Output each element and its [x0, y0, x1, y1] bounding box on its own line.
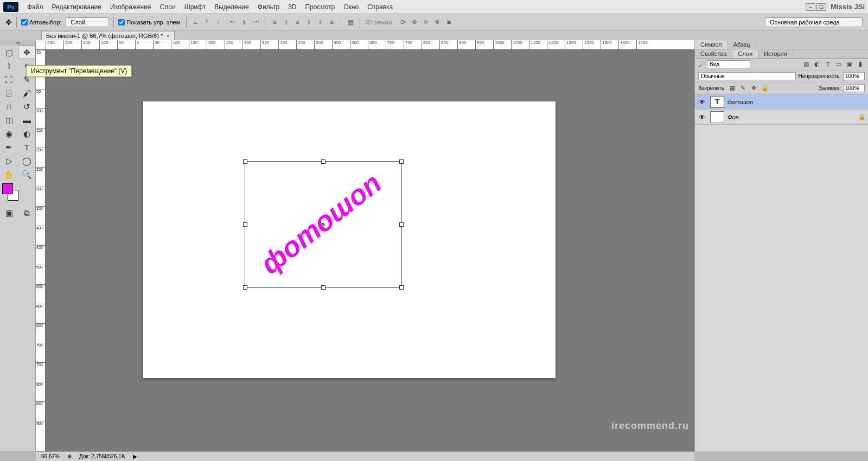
horizontal-ruler[interactable]: 2502001501005005010015020025030035040045… — [36, 40, 694, 50]
distribute-icon[interactable]: ≡ — [270, 17, 279, 27]
crop-tool[interactable]: ⛶ — [0, 73, 18, 86]
auto-align-icon[interactable]: ▦ — [346, 17, 355, 27]
handle-w[interactable] — [243, 222, 247, 227]
menu-file[interactable]: Файл — [23, 1, 48, 13]
distribute-icon[interactable]: ≡ — [292, 17, 302, 27]
gradient-tool[interactable]: ▬ — [18, 113, 36, 127]
handle-s[interactable] — [321, 285, 326, 290]
status-expand-icon[interactable]: ▶ — [133, 453, 137, 459]
tab-history[interactable]: История — [758, 49, 793, 58]
doc-info-icon[interactable]: ⊕ — [67, 453, 72, 459]
layer-thumb-bg[interactable] — [710, 111, 724, 123]
align-right-icon[interactable]: ⭲ — [251, 17, 260, 27]
close-tab-icon[interactable]: × — [166, 33, 169, 39]
blend-mode-dropdown[interactable]: Обычные — [698, 72, 796, 80]
tab-layers[interactable]: Слои — [732, 49, 758, 58]
align-top-icon[interactable]: ⫠ — [191, 17, 201, 27]
distribute-icon[interactable]: ⦀ — [281, 17, 291, 27]
shape-tool[interactable]: ◯ — [18, 154, 36, 168]
workspace-dropdown[interactable]: Основная рабочая среда — [765, 17, 863, 27]
move-tool[interactable]: ✥ — [18, 46, 36, 59]
layer-row[interactable]: 👁 T фотошоп — [695, 94, 868, 110]
screenmode-tool[interactable]: ⧉ — [18, 206, 36, 220]
auto-select-checkbox[interactable]: Автовыбор: — [21, 19, 61, 25]
lock-pixels-icon[interactable]: ▦ — [728, 85, 737, 92]
menu-type[interactable]: Шрифт — [180, 1, 210, 13]
stamp-tool[interactable]: ⎍ — [0, 100, 18, 113]
tab-character[interactable]: Символ — [695, 40, 728, 49]
brush-tool[interactable]: 🖌 — [18, 86, 36, 100]
menu-filter[interactable]: Фильтр — [253, 1, 284, 13]
show-controls-checkbox[interactable]: Показать упр. элем. — [118, 19, 182, 25]
handle-e[interactable] — [399, 222, 404, 227]
fill-input[interactable]: 100% — [843, 84, 865, 92]
distribute-icon[interactable]: ⦀ — [315, 17, 325, 27]
menu-layers[interactable]: Слои — [156, 1, 180, 13]
lock-all-icon[interactable]: 🔒 — [761, 85, 769, 92]
marquee-tool[interactable]: ▢ — [0, 46, 18, 59]
filter-image-icon[interactable]: ▧ — [802, 61, 810, 68]
minimize-button[interactable]: – — [806, 3, 815, 11]
orbit-icon[interactable]: ⟳ — [398, 17, 408, 27]
handle-sw[interactable] — [243, 285, 247, 290]
menu-3d[interactable]: 3D — [284, 1, 301, 13]
menu-image[interactable]: Изображение — [106, 1, 156, 13]
dodge-tool[interactable]: ◐ — [18, 127, 36, 140]
filter-shape-icon[interactable]: ▭ — [834, 61, 843, 68]
handle-se[interactable] — [399, 285, 404, 290]
zoom-tool[interactable]: 🔍 — [18, 168, 36, 181]
maximize-button[interactable]: ☐ — [816, 3, 826, 11]
auto-select-dropdown[interactable]: Слой — [66, 17, 109, 27]
canvas-area[interactable]: ✥ фотошоп — [46, 50, 694, 451]
path-tool[interactable]: ▷ — [0, 154, 18, 168]
eye-icon[interactable]: 👁 — [432, 17, 442, 27]
distribute-icon[interactable]: ≡ — [327, 17, 336, 27]
handle-ne[interactable] — [399, 159, 404, 164]
quickmask-tool[interactable]: ▣ — [0, 206, 18, 220]
menu-edit[interactable]: Редактирование — [48, 1, 106, 13]
foreground-color[interactable] — [2, 183, 13, 194]
menu-select[interactable]: Выделение — [210, 1, 253, 13]
layer-name[interactable]: Фон — [727, 114, 739, 120]
distribute-icon[interactable]: ⦀ — [304, 17, 314, 27]
toolbox-collapse[interactable]: ◂◂ — [0, 40, 35, 46]
artboard[interactable]: ✥ фотошоп — [143, 101, 556, 378]
layer-filter-dropdown[interactable]: Вид — [707, 60, 750, 68]
tab-properties[interactable]: Свойства — [695, 49, 732, 58]
lock-position-icon[interactable]: ✥ — [750, 85, 758, 92]
layer-thumb-text[interactable]: T — [710, 96, 724, 108]
align-left-icon[interactable]: ⭰ — [228, 17, 238, 27]
align-vcenter-icon[interactable]: ⫯ — [202, 17, 212, 27]
menu-help[interactable]: Справка — [363, 1, 397, 13]
move-icon[interactable]: ⤧ — [421, 17, 431, 27]
tab-paragraph[interactable]: Абзац — [728, 40, 756, 49]
hand-tool[interactable]: ✋ — [0, 168, 18, 181]
align-bottom-icon[interactable]: ⫟ — [214, 17, 224, 27]
history-brush-tool[interactable]: ↺ — [18, 100, 36, 113]
lasso-tool[interactable]: ⌇ — [0, 59, 18, 73]
blur-tool[interactable]: ◉ — [0, 127, 18, 140]
vertical-ruler[interactable]: 1505010015020025030035040045050055060065… — [36, 50, 46, 451]
eraser-tool[interactable]: ◫ — [0, 113, 18, 127]
align-hcenter-icon[interactable]: ⫮ — [239, 17, 249, 27]
visibility-icon[interactable]: 👁 — [697, 113, 707, 121]
healing-tool[interactable]: ⍁ — [0, 86, 18, 100]
filter-smart-icon[interactable]: ▣ — [845, 61, 854, 68]
menu-view[interactable]: Просмотр — [301, 1, 339, 13]
pen-tool[interactable]: ✒ — [0, 140, 18, 154]
pan-icon[interactable]: ✥ — [410, 17, 419, 27]
handle-n[interactable] — [321, 159, 326, 164]
filter-adjust-icon[interactable]: ◐ — [813, 61, 821, 68]
type-tool[interactable]: T — [18, 140, 36, 154]
filter-text-icon[interactable]: T — [824, 61, 832, 68]
document-tab[interactable]: Без имени-1 @ 66,7% (фотошоп, RGB/8) * × — [41, 31, 175, 40]
color-swatches[interactable] — [0, 181, 35, 203]
opacity-input[interactable]: 100% — [843, 72, 865, 80]
lock-paint-icon[interactable]: ✎ — [739, 85, 748, 92]
filter-toggle-icon[interactable]: ▮ — [856, 61, 865, 68]
visibility-icon[interactable]: 👁 — [697, 98, 707, 106]
menu-window[interactable]: Окно — [339, 1, 363, 13]
handle-nw[interactable] — [243, 159, 247, 164]
zoom-level[interactable]: 66,67% — [41, 453, 60, 459]
layer-row[interactable]: 👁 Фон 🔒 — [695, 110, 868, 125]
